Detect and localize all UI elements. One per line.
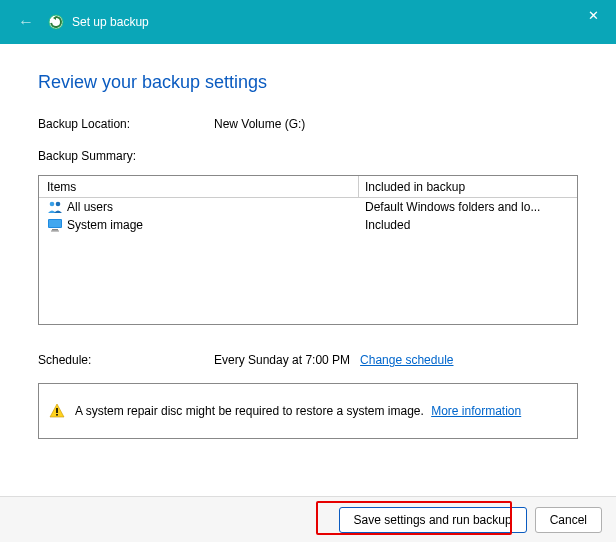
grid-item-name: System image [67, 218, 143, 232]
svg-point-1 [50, 202, 55, 207]
grid-item-included: Included [359, 218, 577, 232]
footer: Save settings and run backup Cancel [0, 496, 616, 542]
more-information-link[interactable]: More information [431, 404, 521, 418]
grid-item-included: Default Windows folders and lo... [359, 200, 577, 214]
change-schedule-link[interactable]: Change schedule [360, 353, 453, 367]
svg-rect-7 [56, 408, 58, 413]
monitor-icon [47, 217, 63, 233]
grid-row[interactable]: All users Default Windows folders and lo… [39, 198, 577, 216]
close-icon[interactable]: ✕ [570, 0, 616, 30]
svg-rect-8 [56, 414, 58, 416]
page-heading: Review your backup settings [38, 72, 578, 93]
backup-location-label: Backup Location: [38, 117, 214, 131]
backup-app-icon [48, 14, 64, 30]
window-title: Set up backup [72, 15, 149, 29]
save-run-backup-button[interactable]: Save settings and run backup [339, 507, 527, 533]
backup-location-value: New Volume (G:) [214, 117, 305, 131]
users-icon [47, 199, 63, 215]
grid-item-name: All users [67, 200, 113, 214]
svg-rect-6 [51, 231, 59, 232]
titlebar: ← Set up backup ✕ [0, 0, 616, 44]
backup-summary-label: Backup Summary: [38, 149, 578, 163]
info-text: A system repair disc might be required t… [75, 404, 424, 418]
grid-row[interactable]: System image Included [39, 216, 577, 234]
schedule-value: Every Sunday at 7:00 PM [214, 353, 350, 367]
col-header-items[interactable]: Items [39, 176, 359, 197]
info-text-wrap: A system repair disc might be required t… [75, 404, 521, 418]
info-box: A system repair disc might be required t… [38, 383, 578, 439]
backup-location-row: Backup Location: New Volume (G:) [38, 117, 578, 131]
col-header-included[interactable]: Included in backup [359, 180, 577, 194]
cancel-button[interactable]: Cancel [535, 507, 602, 533]
warning-icon [49, 403, 65, 419]
back-icon[interactable]: ← [10, 9, 42, 35]
svg-rect-4 [49, 220, 61, 227]
schedule-row: Schedule: Every Sunday at 7:00 PM Change… [38, 353, 578, 367]
summary-grid: Items Included in backup All users Defau… [38, 175, 578, 325]
schedule-label: Schedule: [38, 353, 214, 367]
svg-point-2 [56, 202, 61, 207]
content-area: Review your backup settings Backup Locat… [0, 44, 616, 439]
svg-rect-5 [52, 229, 58, 231]
grid-header: Items Included in backup [39, 176, 577, 198]
